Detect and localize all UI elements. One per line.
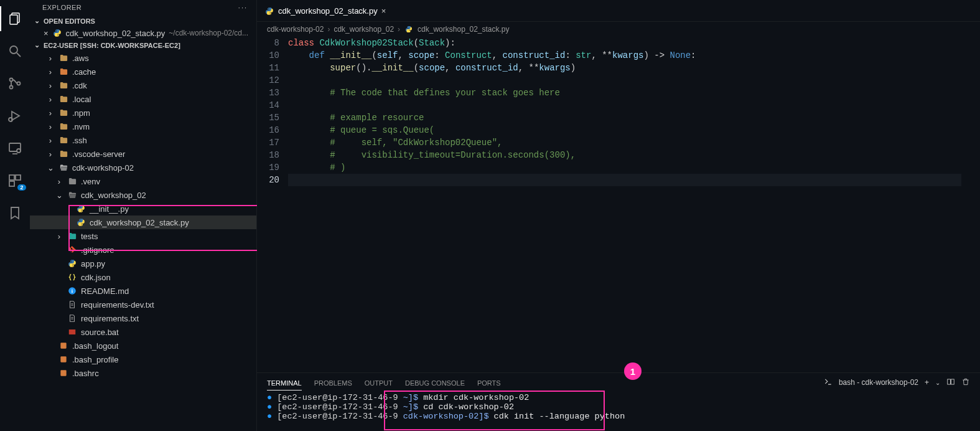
close-icon[interactable]: ×: [44, 29, 49, 38]
chevron-icon: ›: [46, 136, 55, 145]
workspace-header[interactable]: ⌄ EC2-USER [SSH: CDK-WORKSPACE-EC2]: [30, 39, 256, 51]
tree-item-label: source.bat: [81, 328, 119, 337]
tree-item-label: .vscode-server: [72, 149, 125, 159]
split-terminal-icon[interactable]: [946, 377, 955, 388]
code-content[interactable]: class CdkWorkshop02Stack(Stack): def __i…: [288, 37, 980, 372]
panel-tab-output[interactable]: OUTPUT: [365, 375, 393, 390]
bookmark-icon[interactable]: [0, 201, 30, 225]
chevron-icon: ›: [55, 232, 63, 241]
tree-folder[interactable]: ›.nvm: [30, 120, 256, 133]
svg-marker-7: [12, 111, 19, 120]
breadcrumbs[interactable]: cdk-workshop-02 › cdk_workshop_02 › cdk_…: [257, 22, 980, 37]
python-file-icon: [404, 24, 414, 34]
tree-item-label: cdk_workshop_02_stack.py: [90, 218, 189, 227]
open-editors-header[interactable]: ⌄ OPEN EDITORS: [30, 15, 256, 27]
tab-filename: cdk_workshop_02_stack.py: [278, 6, 378, 16]
tree-folder[interactable]: ›.venv: [30, 174, 256, 188]
minimap[interactable]: [961, 35, 980, 178]
tree-item-label: .bash_profile: [72, 355, 118, 364]
panel-tab-terminal[interactable]: TERMINAL: [267, 375, 302, 391]
extensions-badge: 2: [17, 184, 26, 191]
annotation-badge-1: 1: [624, 362, 642, 380]
terminal-shell-label[interactable]: bash - cdk-workshop-02: [839, 378, 918, 387]
svg-rect-25: [948, 379, 951, 384]
activity-bar: 2: [0, 0, 30, 431]
tree-folder[interactable]: ›.npm: [30, 106, 256, 120]
tab-close-icon[interactable]: ×: [381, 6, 386, 16]
code-editor[interactable]: 81011121314151617181920 class CdkWorksho…: [257, 37, 980, 372]
panel-tab-ports[interactable]: PORTS: [477, 375, 501, 390]
tree-item-label: .bashrc: [72, 369, 99, 378]
tree-folder[interactable]: ›.vscode-server: [30, 147, 256, 161]
tree-file[interactable]: .bashrc: [30, 366, 256, 380]
svg-rect-21: [69, 329, 76, 334]
tree-file[interactable]: .bash_logout: [30, 339, 256, 353]
terminal-dropdown-icon[interactable]: ⌄: [935, 379, 940, 386]
tree-item-label: cdk.json: [81, 273, 111, 282]
breadcrumb-segment[interactable]: cdk-workshop-02: [267, 25, 324, 34]
open-editor-item[interactable]: × cdk_workshop_02_stack.py ~/cdk-worksho…: [30, 27, 256, 39]
open-editors-label: OPEN EDITORS: [44, 17, 95, 25]
new-terminal-icon[interactable]: +: [925, 378, 929, 387]
chevron-icon: ⌄: [46, 163, 55, 173]
sidebar: EXPLORER ··· ⌄ OPEN EDITORS × cdk_worksh…: [30, 0, 257, 431]
tree-item-label: requirements.txt: [81, 314, 139, 323]
chevron-icon: ›: [55, 177, 63, 186]
tree-file[interactable]: requirements.txt: [30, 311, 256, 325]
chevron-icon: ›: [46, 81, 55, 90]
extensions-icon[interactable]: 2: [0, 168, 30, 193]
chevron-icon: ›: [46, 67, 55, 77]
file-tree: ›.aws›.cache›.cdk›.local›.npm›.nvm›.ssh›…: [30, 51, 256, 431]
tree-item-label: .venv: [81, 177, 100, 186]
sidebar-title: EXPLORER: [42, 4, 82, 11]
trash-icon[interactable]: [961, 377, 970, 388]
svg-rect-13: [16, 175, 21, 180]
svg-point-5: [10, 86, 13, 89]
svg-rect-1: [10, 15, 17, 24]
tree-folder[interactable]: ⌄cdk_workshop_02: [30, 188, 256, 202]
tree-file[interactable]: iREADME.md: [30, 284, 256, 298]
breadcrumb-segment[interactable]: cdk_workshop_02: [334, 25, 394, 34]
svg-rect-23: [60, 356, 66, 362]
tree-folder[interactable]: ›tests: [30, 229, 256, 243]
tree-item-label: .bash_logout: [72, 341, 118, 351]
terminal-output[interactable]: ● [ec2-user@ip-172-31-46-9 ~]$ mkdir cdk…: [257, 392, 980, 431]
tree-file[interactable]: app.py: [30, 257, 256, 270]
chevron-down-icon: ⌄: [32, 41, 41, 49]
svg-point-8: [9, 118, 12, 121]
tree-file[interactable]: __init__.py: [30, 202, 256, 215]
tree-folder[interactable]: ⌄cdk-workshop-02: [30, 161, 256, 174]
search-icon[interactable]: [0, 39, 30, 64]
tree-file[interactable]: .bash_profile: [30, 353, 256, 366]
tree-folder[interactable]: ›.cache: [30, 65, 256, 78]
tree-file[interactable]: cdk.json: [30, 270, 256, 284]
run-debug-icon[interactable]: [0, 103, 30, 128]
tree-file[interactable]: .gitignore: [30, 243, 256, 257]
tree-folder[interactable]: ›.local: [30, 92, 256, 106]
tree-folder[interactable]: ›.aws: [30, 51, 256, 65]
panel-tab-problems[interactable]: PROBLEMS: [314, 375, 352, 390]
tree-file[interactable]: cdk_workshop_02_stack.py: [30, 215, 256, 229]
source-control-icon[interactable]: [0, 71, 30, 96]
chevron-icon: ›: [46, 108, 55, 118]
panel-tab-debug-console[interactable]: DEBUG CONSOLE: [405, 375, 465, 390]
tree-item-label: .cache: [72, 67, 96, 77]
more-icon[interactable]: ···: [238, 4, 248, 11]
tree-file[interactable]: requirements-dev.txt: [30, 298, 256, 311]
open-editor-filename: cdk_workshop_02_stack.py: [66, 29, 166, 38]
line-number-gutter: 81011121314151617181920: [262, 37, 288, 372]
breadcrumb-segment[interactable]: cdk_workshop_02_stack.py: [418, 25, 509, 34]
sidebar-title-row: EXPLORER ···: [30, 0, 256, 15]
python-file-icon: [52, 28, 62, 38]
tree-folder[interactable]: ›.ssh: [30, 133, 256, 147]
chevron-icon: ›: [46, 122, 55, 131]
remote-explorer-icon[interactable]: [0, 136, 30, 161]
svg-rect-12: [9, 175, 14, 180]
explorer-icon[interactable]: [0, 6, 30, 31]
tree-item-label: tests: [81, 232, 98, 241]
tree-item-label: app.py: [81, 259, 105, 268]
svg-point-11: [17, 149, 21, 153]
tree-folder[interactable]: ›.cdk: [30, 78, 256, 92]
editor-tab[interactable]: cdk_workshop_02_stack.py ×: [257, 0, 394, 21]
tree-file[interactable]: source.bat: [30, 325, 256, 339]
